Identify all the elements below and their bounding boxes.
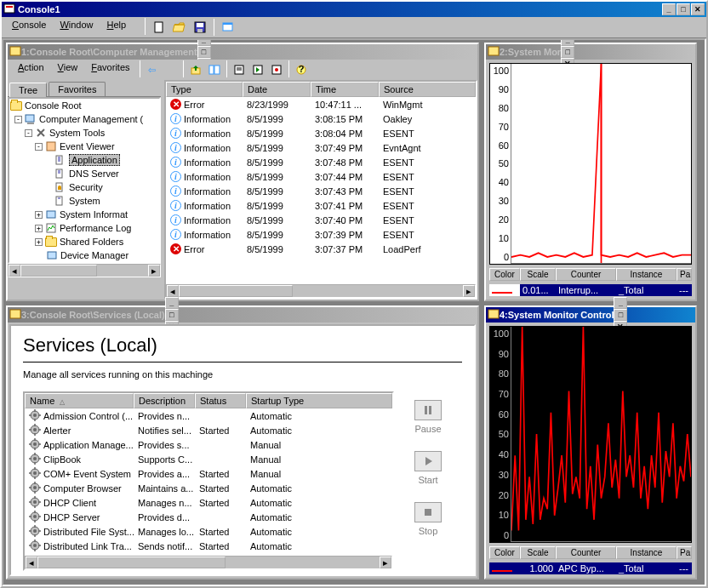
- services-hscroll[interactable]: ◂▸: [25, 556, 392, 569]
- tree-computer-mgmt[interactable]: Computer Management (: [39, 114, 143, 124]
- tree-dns-server[interactable]: DNS Server: [69, 168, 119, 179]
- stop-button[interactable]: Stop: [414, 502, 442, 536]
- tree-system-info[interactable]: System Informat: [60, 209, 128, 220]
- service-row[interactable]: Distributed Link Tra...Sends notif...Sta…: [25, 539, 392, 553]
- up-icon[interactable]: [186, 60, 205, 79]
- event-row[interactable]: iInformation8/5/19993:07:39 PMESENT: [166, 227, 476, 242]
- col-startup[interactable]: Startup Type: [246, 393, 392, 408]
- tree-perf-logs[interactable]: Performance Log: [60, 223, 131, 233]
- win1-maximize[interactable]: □: [197, 46, 211, 58]
- col-scale[interactable]: Scale: [520, 268, 556, 281]
- tree-event-viewer[interactable]: Event Viewer: [60, 141, 115, 151]
- win4-legend-row[interactable]: 1.000 APC Byp... _Total ---: [489, 562, 692, 574]
- menu-help[interactable]: Help: [100, 18, 134, 37]
- menu-window[interactable]: Window: [53, 18, 100, 37]
- open-icon[interactable]: [170, 18, 189, 37]
- col-description[interactable]: Description: [134, 393, 195, 408]
- win1-minimize[interactable]: _: [197, 38, 211, 46]
- event-row[interactable]: iInformation8/5/19993:07:48 PMESENT: [166, 155, 476, 169]
- tree-system[interactable]: System: [69, 196, 100, 206]
- win3-titlebar[interactable]: 3:Console Root\Services (Local) _ □ ✕: [8, 307, 477, 323]
- collapse-icon[interactable]: -: [14, 116, 22, 123]
- col-counter[interactable]: Counter: [556, 546, 616, 559]
- win1-menu-action[interactable]: Action: [11, 60, 51, 79]
- new-icon[interactable]: [150, 18, 168, 37]
- start-button[interactable]: Start: [414, 451, 442, 485]
- service-row[interactable]: AlerterNotifies sel...StartedAutomatic: [25, 423, 392, 437]
- service-row[interactable]: ClipBookSupports C...Manual: [25, 452, 392, 466]
- service-row[interactable]: DHCP ClientManages n...StartedAutomatic: [25, 495, 392, 510]
- win1-menu-view[interactable]: View: [51, 60, 85, 79]
- win1-titlebar[interactable]: 1:Console Root\Computer Management _ □ ✕: [8, 44, 477, 60]
- service-row[interactable]: Computer BrowserMaintains a...StartedAut…: [25, 481, 392, 495]
- event-row[interactable]: iInformation8/5/19993:07:41 PMESENT: [166, 198, 476, 213]
- win1-menu-favorites[interactable]: Favorites: [84, 60, 136, 79]
- col-instance[interactable]: Instance: [616, 546, 677, 559]
- tree-view[interactable]: Console Root -Computer Management ( -Sys…: [8, 97, 161, 264]
- show-hide-icon[interactable]: [205, 60, 224, 79]
- minimize-button[interactable]: _: [662, 3, 676, 15]
- refresh-icon[interactable]: [248, 60, 267, 79]
- event-row[interactable]: iInformation8/5/19993:08:04 PMESENT: [166, 126, 476, 140]
- win2-titlebar[interactable]: 2:System Mor _ □ ✕: [486, 44, 695, 60]
- col-parent[interactable]: Pa: [677, 546, 692, 559]
- win3-maximize[interactable]: □: [165, 309, 179, 321]
- service-row[interactable]: COM+ Event SystemProvides a...StartedMan…: [25, 466, 392, 481]
- col-scale[interactable]: Scale: [520, 546, 556, 559]
- col-time[interactable]: Time: [311, 82, 379, 97]
- tree-application[interactable]: Application: [69, 154, 120, 166]
- service-row[interactable]: Distributed File Syst...Manages lo...Sta…: [25, 524, 392, 539]
- win4-titlebar[interactable]: 4:System Monitor Control _ □ ✕: [486, 307, 695, 323]
- col-name[interactable]: Name △: [25, 393, 134, 408]
- properties-icon[interactable]: [230, 60, 248, 79]
- service-row[interactable]: Admission Control (...Provides n...Autom…: [25, 408, 392, 423]
- win4-minimize[interactable]: _: [614, 297, 627, 309]
- col-type[interactable]: Type: [166, 82, 243, 97]
- menu-console[interactable]: Console: [5, 18, 53, 37]
- forward-icon[interactable]: ⇨: [162, 60, 180, 79]
- collapse-icon[interactable]: -: [25, 129, 32, 137]
- tree-shared-folders[interactable]: Shared Folders: [60, 237, 123, 247]
- save-icon[interactable]: [191, 18, 209, 37]
- expand-icon[interactable]: +: [35, 211, 43, 219]
- tab-tree[interactable]: Tree: [9, 83, 47, 97]
- win3-minimize[interactable]: _: [165, 297, 179, 309]
- event-row[interactable]: iInformation8/5/19993:07:49 PMEvntAgnt: [166, 140, 476, 155]
- col-date[interactable]: Date: [243, 82, 311, 97]
- event-row[interactable]: ✕Error8/5/19993:07:37 PMLoadPerf: [166, 242, 476, 256]
- event-row[interactable]: iInformation8/5/19993:07:44 PMESENT: [166, 169, 476, 184]
- col-source[interactable]: Source: [379, 82, 476, 97]
- service-row[interactable]: DHCP ServerProvides d...Automatic: [25, 510, 392, 524]
- event-row[interactable]: iInformation8/5/19993:07:40 PMESENT: [166, 213, 476, 227]
- col-parent[interactable]: Pa: [677, 268, 692, 281]
- win4-chart[interactable]: 1009080706050403020100: [489, 326, 692, 543]
- new-window-icon[interactable]: [219, 18, 237, 37]
- win4-maximize[interactable]: □: [614, 309, 627, 321]
- pause-button[interactable]: Pause: [414, 400, 442, 434]
- back-icon[interactable]: ⇦: [143, 60, 162, 79]
- tree-hscroll[interactable]: ◂▸: [8, 264, 161, 277]
- collapse-icon[interactable]: -: [35, 143, 43, 151]
- col-counter[interactable]: Counter: [556, 268, 616, 281]
- expand-icon[interactable]: +: [35, 238, 43, 246]
- tree-security[interactable]: Security: [69, 182, 103, 192]
- tree-console-root[interactable]: Console Root: [25, 100, 82, 111]
- tab-favorites[interactable]: Favorites: [49, 82, 106, 96]
- main-titlebar[interactable]: Console1 _ □ ✕: [2, 2, 706, 17]
- expand-icon[interactable]: +: [35, 225, 43, 232]
- event-row[interactable]: iInformation8/5/19993:08:15 PMOakley: [166, 111, 476, 126]
- event-row[interactable]: iInformation8/5/19993:07:43 PMESENT: [166, 184, 476, 198]
- maximize-button[interactable]: □: [677, 3, 690, 15]
- export-icon[interactable]: [267, 60, 286, 79]
- col-instance[interactable]: Instance: [616, 268, 677, 281]
- help-icon[interactable]: ?: [292, 60, 311, 79]
- win2-maximize[interactable]: □: [561, 46, 574, 58]
- event-row[interactable]: ✕Error8/23/199910:47:11 ...WinMgmt: [166, 97, 476, 111]
- col-color[interactable]: Color: [489, 268, 520, 281]
- win2-minimize[interactable]: _: [561, 38, 574, 46]
- service-row[interactable]: Application Manage...Provides s...Manual: [25, 437, 392, 452]
- tree-system-tools[interactable]: System Tools: [49, 128, 105, 138]
- col-status[interactable]: Status: [195, 393, 246, 408]
- win2-legend-row[interactable]: 0.01... Interrup... _Total ---: [489, 284, 692, 296]
- col-color[interactable]: Color: [489, 546, 520, 559]
